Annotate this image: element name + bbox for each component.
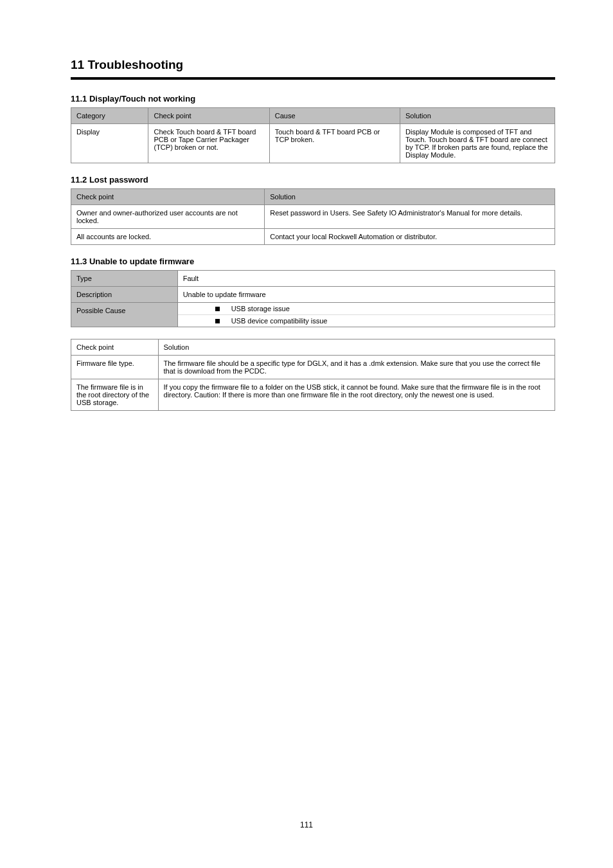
page-heading: 11 Troubleshooting: [71, 58, 555, 72]
table-header-row: Check point Solution: [71, 189, 555, 205]
meta-value-desc: Unable to update firmware: [177, 287, 555, 303]
section-2-title: 11.2 Lost password: [71, 175, 555, 185]
meta-value-type: Fault: [177, 271, 555, 287]
col-cause: Cause: [269, 108, 400, 124]
cell: The firmware file should be a specific t…: [158, 356, 555, 379]
table-header-row: Category Check point Cause Solution: [71, 108, 555, 124]
col-solution: Solution: [158, 339, 555, 356]
table-header-row: Check point Solution: [71, 339, 555, 356]
cell: All accounts are locked.: [71, 229, 265, 245]
col-category: Category: [71, 108, 148, 124]
table-row: Firmware file type. The firmware file sh…: [71, 356, 555, 379]
col-checkpoint: Check point: [71, 189, 265, 205]
cell: The firmware file is in the root directo…: [71, 379, 159, 411]
col-solution: Solution: [265, 189, 555, 205]
col-solution: Solution: [400, 108, 555, 124]
page-number: 111: [0, 820, 613, 829]
cell: Touch board & TFT board PCB or TCP broke…: [269, 124, 400, 163]
cause-item: USB storage issue: [231, 305, 290, 312]
meta-value-cause: USB storage issue USB device compatibili…: [177, 303, 555, 327]
table-display-touch: Category Check point Cause Solution Disp…: [71, 107, 555, 163]
bullet-icon: [215, 319, 220, 323]
table-row: Owner and owner-authorized user accounts…: [71, 205, 555, 229]
table-row: Description Unable to update firmware: [71, 287, 555, 303]
cell: Firmware file type.: [71, 356, 159, 379]
cell: If you copy the firmware file to a folde…: [158, 379, 555, 411]
bullet-icon: [215, 307, 220, 311]
heading-divider: [71, 77, 555, 80]
cell: Display: [71, 124, 148, 163]
table-row: Type Fault: [71, 271, 555, 287]
table-row: The firmware file is in the root directo…: [71, 379, 555, 411]
meta-label-type: Type: [71, 271, 178, 287]
meta-label-cause: Possible Cause: [71, 303, 178, 327]
table-row: All accounts are locked. Contact your lo…: [71, 229, 555, 245]
table-row: Display Check Touch board & TFT board PC…: [71, 124, 555, 163]
meta-label-desc: Description: [71, 287, 178, 303]
cell: Contact your local Rockwell Automation o…: [265, 229, 555, 245]
cell: Reset password in Users. See Safety IO A…: [265, 205, 555, 229]
section-1-title: 11.1 Display/Touch not working: [71, 94, 555, 104]
section-3-title: 11.3 Unable to update firmware: [71, 257, 555, 266]
cell: Owner and owner-authorized user accounts…: [71, 205, 265, 229]
cell: Check Touch board & TFT board PCB or Tap…: [148, 124, 269, 163]
cause-item: USB device compatibility issue: [231, 317, 328, 325]
col-checkpoint: Check point: [71, 339, 159, 356]
table-lost-password: Check point Solution Owner and owner-aut…: [71, 188, 555, 245]
table-firmware-checks: Check point Solution Firmware file type.…: [71, 339, 555, 411]
cell: Display Module is composed of TFT and To…: [400, 124, 555, 163]
col-checkpoint: Check point: [148, 108, 269, 124]
table-firmware-meta: Type Fault Description Unable to update …: [71, 270, 555, 327]
table-row: Possible Cause USB storage issue USB dev…: [71, 303, 555, 327]
